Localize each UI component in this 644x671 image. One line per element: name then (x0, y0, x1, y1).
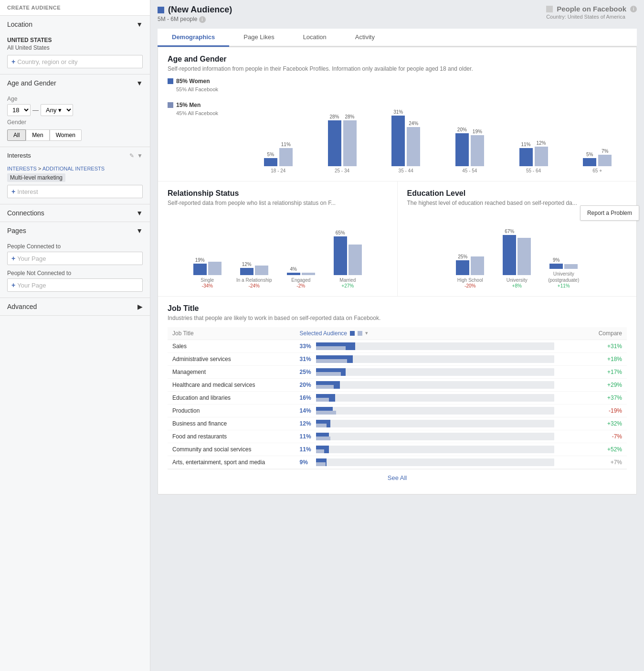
interest-input[interactable]: + Interest (7, 185, 143, 198)
women-legend: 85% Women (168, 78, 234, 85)
job-title-cell: Community and social services (172, 446, 300, 453)
interests-label: Interests (7, 152, 31, 159)
interests-tag: Multi-level marketing (7, 173, 65, 182)
men-legend: 15% Men (168, 102, 234, 108)
people-not-connected-label: People Not Connected to (7, 270, 143, 277)
age-gender-content: 85% Women 55% All Facebook 15% Men 45% A… (168, 78, 627, 173)
job-bar-cell: 9% (300, 458, 554, 466)
job-bar-cell: 11% (300, 433, 554, 440)
age-gender-block: Age and Gender Self-reported information… (158, 47, 636, 181)
job-bar-cell: 16% (300, 394, 554, 402)
selected-bar: 65% (334, 230, 347, 275)
bar-change: +8% (512, 283, 522, 288)
pages-section-content: People Connected to + Your Page People N… (0, 239, 150, 298)
age-gender-chart: 5% 11% 18 - 24 28% 28% 25 - 34 31% (249, 78, 627, 173)
page-not-connected-plus-icon: + (11, 281, 15, 289)
connections-section-header[interactable]: Connections ▼ (0, 204, 150, 222)
pages-section-header[interactable]: Pages ▼ (0, 222, 150, 239)
location-section-content: UNITED STATES All United States + Countr… (0, 33, 150, 74)
age-gender-section-desc: Self-reported information from people in… (168, 65, 627, 72)
interests-pencil-icon: ✎ (129, 152, 134, 159)
age-from-select[interactable]: 18 (7, 104, 31, 116)
selected-bar: 25% (456, 254, 469, 275)
tab-activity[interactable]: Activity (341, 29, 389, 47)
gender-all-button[interactable]: All (7, 129, 26, 141)
job-col-header: Job Title (172, 330, 300, 337)
main-content: (New Audience) 5M - 6M people i People o… (150, 0, 644, 671)
location-section-header[interactable]: Location ▼ (0, 16, 150, 33)
bar-pair: 28% 28% (328, 104, 357, 166)
job-pct: 12% (300, 420, 313, 427)
advanced-section: Advanced ▶ (0, 298, 150, 316)
interests-section-header[interactable]: Interests ✎ ▼ (0, 147, 150, 164)
report-problem-button[interactable]: Report a Problem (580, 205, 639, 221)
bar-pair: 25% (456, 223, 484, 275)
bar-label: Engaged (291, 277, 310, 283)
fb-bar-fill (302, 273, 315, 275)
men-legend-color (168, 102, 173, 108)
selected-bar: 67% (503, 229, 516, 275)
age-gender-section-header[interactable]: Age and Gender ▼ (0, 75, 150, 92)
women-bar-fill (519, 148, 533, 166)
job-bar-bg (316, 355, 554, 363)
gender-men-button[interactable]: Men (26, 129, 49, 141)
men-bar-fill (407, 127, 420, 166)
tab-demographics[interactable]: Demographics (158, 29, 229, 47)
bar-label: University (postgraduate) (542, 271, 585, 283)
audience-info-icon[interactable]: i (199, 16, 206, 23)
advanced-section-header[interactable]: Advanced ▶ (0, 298, 150, 315)
sidebar-header: CREATE AUDIENCE (0, 0, 150, 16)
page-not-connected-input[interactable]: + Your Page (7, 278, 143, 292)
job-table-row: Healthcare and medical services 20% +29% (168, 379, 627, 392)
job-compare-cell: +52% (554, 446, 622, 453)
see-all-button[interactable]: See All (168, 469, 627, 486)
job-bar-bg (316, 394, 554, 402)
interests-link[interactable]: INTERESTS (7, 166, 37, 171)
women-bar-pct: 31% (391, 109, 405, 115)
selected-bar-pct: 19% (193, 257, 207, 263)
bar-pair: 20% 19% (455, 104, 484, 166)
page-connected-input[interactable]: + Your Page (7, 252, 143, 265)
job-table-row: Management 25% +17% (168, 366, 627, 379)
women-bar: 5% (264, 152, 277, 166)
age-range-label: 18 - 24 (271, 168, 285, 173)
gender-women-button[interactable]: Women (50, 129, 82, 141)
age-row: 18 — Any ▾ (7, 104, 143, 116)
bar-pair: 31% 24% (391, 104, 420, 166)
women-bar-fill (264, 158, 277, 166)
job-compare-cell: +18% (554, 356, 622, 362)
location-label: Location (7, 21, 32, 28)
women-bar-fill (391, 116, 405, 166)
connections-chevron: ▼ (136, 209, 143, 217)
selected-bar-pct: 9% (549, 257, 563, 263)
women-legend-color (168, 78, 173, 84)
men-bar-pct: 7% (598, 149, 612, 154)
location-input[interactable]: + Country, region or city (7, 55, 143, 68)
bar-group: 25% High School -20% (449, 223, 492, 288)
tab-bar: Demographics Page Likes Location Activit… (158, 29, 637, 47)
job-pct: 25% (300, 369, 313, 375)
dark-bar-legend-icon (350, 331, 355, 336)
bar-change: -24% (249, 283, 260, 288)
age-to-select[interactable]: Any ▾ (41, 104, 73, 116)
dropdown-icon[interactable]: ▾ (365, 330, 368, 336)
fb-bar (302, 273, 315, 275)
tab-page-likes[interactable]: Page Likes (229, 29, 288, 47)
men-bar: 24% (407, 121, 420, 166)
additional-interests-link[interactable]: ADDITIONAL INTERESTS (42, 166, 105, 171)
job-pct: 31% (300, 356, 313, 362)
age-range-label: 55 - 64 (526, 168, 541, 173)
job-bar-cell: 25% (300, 368, 554, 376)
rel-edu-row: Relationship Status Self-reported data f… (158, 181, 636, 297)
interest-plus-icon: + (11, 188, 15, 195)
age-dash: — (32, 107, 39, 114)
women-bar-pct: 11% (519, 142, 533, 147)
tab-location[interactable]: Location (289, 29, 341, 47)
pages-chevron: ▼ (136, 227, 143, 234)
selected-bar: 12% (240, 262, 253, 275)
men-bar-pct: 24% (407, 121, 420, 126)
bar-pair: 5% 11% (264, 104, 293, 166)
fb-info-icon[interactable]: i (630, 6, 637, 12)
location-section: Location ▼ UNITED STATES All United Stat… (0, 16, 150, 75)
men-pct: 15% Men (176, 102, 201, 108)
